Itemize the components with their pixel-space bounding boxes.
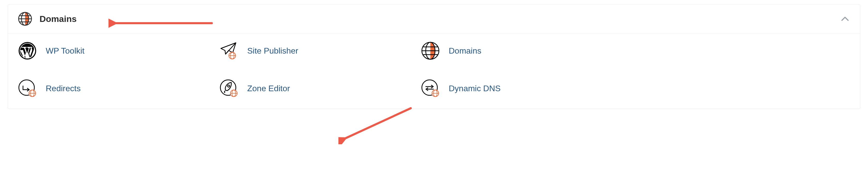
item-label: Dynamic DNS [449,84,501,93]
item-dynamic-dns[interactable]: Dynamic DNS [421,79,622,98]
item-site-publisher[interactable]: Site Publisher [219,41,421,60]
redirect-icon [18,79,37,98]
item-label: Zone Editor [247,84,290,93]
item-row: Redirects Zone Editor [18,79,850,98]
paper-plane-icon [219,41,239,60]
item-label: Domains [449,46,481,56]
item-row: WP Toolkit Site Publisher [18,41,850,60]
item-wp-toolkit[interactable]: WP Toolkit [18,41,219,60]
item-domains[interactable]: Domains [421,41,622,60]
wordpress-icon [18,41,37,60]
sync-icon [421,79,440,98]
globe-icon [421,41,440,60]
collapse-toggle[interactable] [840,14,850,24]
chevron-up-icon [840,14,850,24]
item-redirects[interactable]: Redirects [18,79,219,98]
item-label: Redirects [46,84,81,93]
panel-body: WP Toolkit Site Publisher [8,34,860,109]
svg-point-18 [227,85,230,87]
domains-panel: Domains WP Toolkit [8,4,860,109]
item-zone-editor[interactable]: Zone Editor [219,79,421,98]
globe-icon [18,11,32,26]
svg-line-25 [344,108,411,139]
annotation-arrow-icon [338,103,416,144]
panel-header[interactable]: Domains [8,4,860,34]
panel-title: Domains [39,14,77,24]
rocket-icon [219,79,239,98]
item-label: WP Toolkit [46,46,85,56]
item-label: Site Publisher [247,46,298,56]
